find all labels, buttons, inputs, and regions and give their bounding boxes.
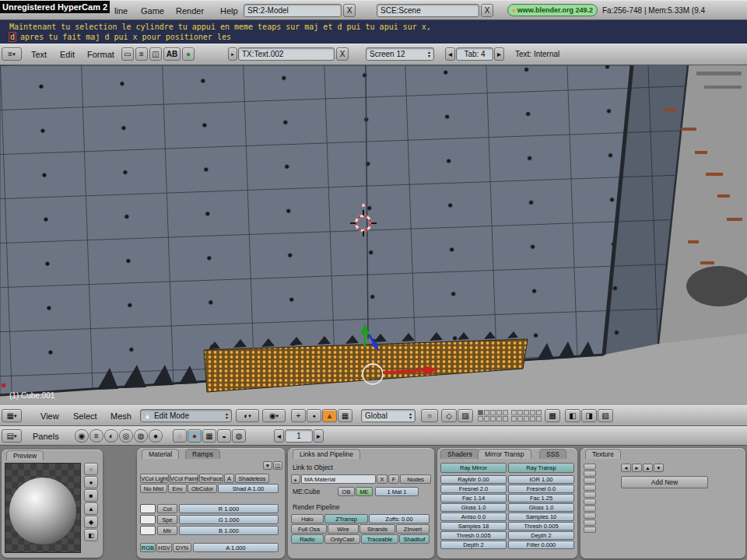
texture-channel-slot[interactable]: [584, 485, 596, 491]
alpha-slider[interactable]: A 1.000: [193, 543, 279, 552]
text-close-button[interactable]: X: [336, 47, 349, 61]
preview-sphere-button[interactable]: ●: [84, 476, 98, 488]
mir-button[interactable]: Mir: [157, 526, 177, 535]
frame-increment-button[interactable]: ▸: [314, 429, 324, 443]
col-swatch[interactable]: [140, 504, 156, 513]
spin-down-icon[interactable]: ▾: [428, 54, 430, 58]
shaders-tab[interactable]: Shaders: [440, 449, 479, 459]
scene-selector[interactable]: SCE:Scene: [377, 4, 479, 17]
menu-text[interactable]: Text: [30, 47, 48, 61]
3d-viewport-canvas[interactable]: (1) Cube.001: [0, 65, 747, 405]
texture-nav-right-button[interactable]: ▸: [632, 464, 642, 472]
alpha-toggle[interactable]: A: [224, 474, 234, 483]
context-scene-button[interactable]: ●: [149, 429, 163, 443]
texture-channel-slot[interactable]: [584, 471, 596, 477]
window-type-3d-button[interactable]: ▦ ▾: [2, 409, 22, 422]
shad-a-slider[interactable]: Shad A 1.00: [218, 484, 279, 493]
transp-fresnel-slider[interactable]: Fresnel 0.0: [508, 485, 574, 493]
snap-button[interactable]: ◇: [441, 409, 457, 422]
pivot-dropdown[interactable]: ◉ ▾: [262, 409, 286, 422]
texture-nav-up-button[interactable]: ▴: [643, 464, 653, 472]
spe-swatch[interactable]: [140, 515, 156, 524]
preview-hair-button[interactable]: ◆: [84, 516, 98, 528]
plugin-icon-button[interactable]: ●: [182, 47, 195, 61]
menu-game[interactable]: Game: [139, 4, 166, 17]
layers-widget-2[interactable]: [511, 410, 542, 422]
ray-mirror-toggle[interactable]: Ray Mirror: [440, 463, 507, 473]
mirror-samples-field[interactable]: Samples 18: [440, 522, 507, 530]
menu-format[interactable]: Format: [86, 47, 116, 61]
preview-cube-button[interactable]: ■: [84, 489, 98, 502]
shading-material-button[interactable]: ●: [188, 429, 202, 443]
material-index-field[interactable]: 1 Mat 1: [375, 487, 419, 496]
preview-flat-button[interactable]: ○: [84, 463, 98, 475]
radio-toggle[interactable]: Radio: [291, 534, 324, 544]
material-browse-button[interactable]: ▸: [291, 474, 300, 484]
mode-dropdown[interactable]: ▲ Edit Mode ▴▾: [140, 409, 232, 422]
frame-number-field[interactable]: 1: [285, 429, 313, 443]
word-wrap-toggle[interactable]: ≡: [135, 47, 148, 61]
line-numbers-toggle[interactable]: ▭: [121, 47, 134, 61]
shading-radiosity-button[interactable]: ◒: [217, 429, 231, 443]
menu-help[interactable]: Help: [219, 4, 240, 17]
screen-close-button[interactable]: X: [343, 4, 356, 17]
menu-timeline[interactable]: line: [113, 4, 129, 17]
menu-render[interactable]: Render: [174, 4, 205, 17]
zinvert-toggle[interactable]: ZInvert: [396, 524, 430, 534]
g-slider[interactable]: G 1.000: [179, 515, 279, 524]
select-face-button[interactable]: ▲: [322, 409, 337, 422]
traceable-toggle[interactable]: Traceable: [361, 534, 398, 544]
filter-slider[interactable]: Filter 0.000: [508, 541, 574, 549]
dyn-toggle[interactable]: DYN: [173, 543, 191, 552]
tab-size-field[interactable]: Tab: 4: [456, 47, 493, 61]
texface-toggle[interactable]: TexFace: [199, 474, 223, 483]
context-logic-button[interactable]: ◉: [75, 429, 89, 443]
mirror-fac-slider[interactable]: Fac 1.14: [440, 494, 507, 502]
fake-user-button[interactable]: F: [388, 474, 399, 484]
menu-select[interactable]: Select: [72, 409, 99, 422]
onlycast-toggle[interactable]: OnlyCast: [324, 534, 360, 544]
ob-toggle[interactable]: OB: [338, 487, 355, 496]
screen-selector[interactable]: SR:2-Model: [244, 4, 342, 17]
hsv-toggle[interactable]: HSV: [156, 543, 172, 552]
occlude-geometry-button[interactable]: ▦: [338, 409, 352, 422]
lock-layers-button[interactable]: ▩: [545, 409, 560, 422]
full-osa-toggle[interactable]: Full Osa: [291, 524, 327, 534]
transp-gloss-slider[interactable]: Gloss 1.0: [508, 503, 574, 512]
me-toggle[interactable]: ME: [356, 487, 373, 496]
transp-depth-field[interactable]: Depth 2: [508, 531, 574, 540]
manipulator-toggle-button[interactable]: +: [291, 409, 306, 422]
env-toggle[interactable]: Env: [168, 484, 187, 493]
material-datablock-field[interactable]: MA:Material: [301, 474, 376, 484]
rgb-toggle[interactable]: RGB: [140, 543, 156, 552]
scene-close-button[interactable]: X: [481, 4, 493, 17]
menu-view[interactable]: View: [39, 409, 61, 422]
texture-nav-down-button[interactable]: ▾: [654, 464, 664, 472]
text-datablock-field[interactable]: TX:Text.002: [238, 47, 335, 61]
render-preview-button[interactable]: ▨: [458, 409, 473, 422]
mirror-transp-tab[interactable]: Mirror Transp: [478, 449, 531, 459]
texture-tab[interactable]: Texture: [585, 449, 621, 459]
draw-extra-button-2[interactable]: ◨: [581, 409, 597, 422]
texture-nav-left-button[interactable]: ◂: [621, 464, 631, 472]
halo-toggle[interactable]: Halo: [291, 514, 324, 523]
context-editing-button[interactable]: ◍: [134, 429, 148, 443]
draw-extra-button-3[interactable]: ▧: [598, 409, 613, 422]
vcol-light-toggle[interactable]: VCol Light: [140, 474, 169, 483]
texture-channel-slot[interactable]: [584, 506, 596, 512]
vcol-paint-toggle[interactable]: VCol Paint: [170, 474, 198, 483]
zoffs-field[interactable]: Zoffs: 0.00: [369, 514, 430, 523]
texture-channel-slot[interactable]: [584, 492, 596, 498]
obcolor-toggle[interactable]: ObColor: [188, 484, 217, 493]
material-tab[interactable]: Material: [142, 449, 179, 459]
col-button[interactable]: Col: [157, 504, 177, 513]
tab-increment-button[interactable]: ▸: [494, 47, 504, 61]
viewport-shading-dropdown[interactable]: ◐ ▾: [236, 409, 259, 422]
screen-size-dropdown[interactable]: Screen 12 ▴▾: [366, 47, 434, 61]
datablock-browse-button[interactable]: ▸: [228, 47, 237, 61]
texture-channel-slot[interactable]: [584, 520, 596, 526]
transp-samples-field[interactable]: Samples 10: [508, 513, 574, 521]
menu-mesh[interactable]: Mesh: [109, 409, 133, 422]
tab-decrement-button[interactable]: ◂: [445, 47, 455, 61]
layers-widget-1[interactable]: [478, 410, 508, 422]
